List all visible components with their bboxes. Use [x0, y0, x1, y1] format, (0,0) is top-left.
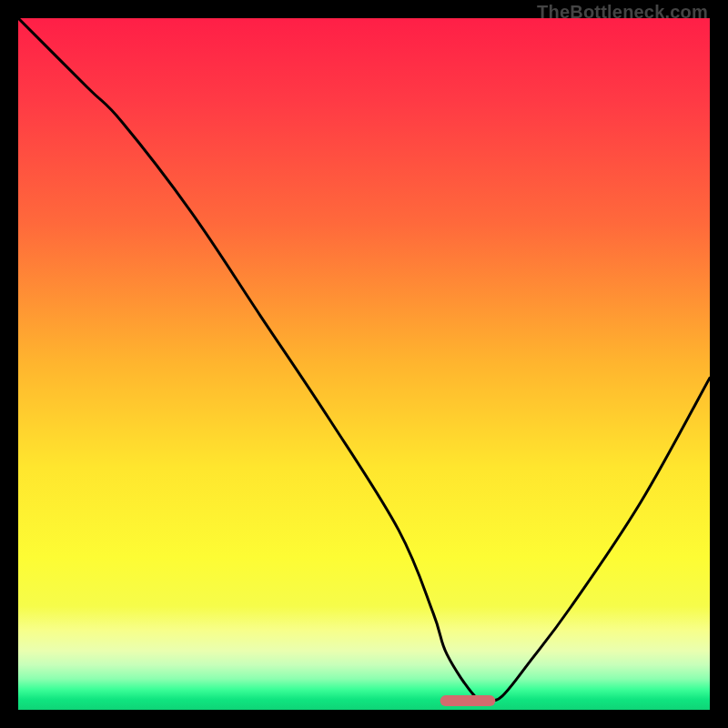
plot-area — [18, 18, 710, 710]
watermark-text: TheBottleneck.com — [537, 2, 708, 23]
bottleneck-chart — [18, 18, 710, 710]
chart-container: TheBottleneck.com — [0, 0, 728, 728]
optimal-marker — [440, 695, 496, 706]
